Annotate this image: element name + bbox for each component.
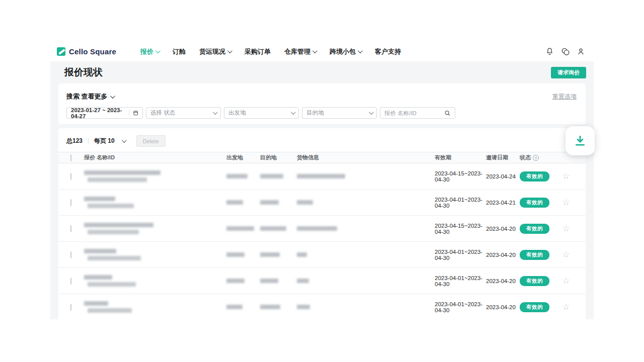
nav-item-label: 报价 [140, 47, 153, 56]
page: Cello Square 报价 订舱 货运现况 采购订单 仓库管理 跨境小包 客… [0, 0, 644, 362]
keyword-search-input[interactable] [384, 110, 444, 116]
header-quote-name: 报价 名称/ID [84, 154, 226, 161]
header-status: 状态 [520, 154, 531, 161]
table-row[interactable]: 2023-04-01~2023-04-30 2023-04-20 有效的 ☆ [58, 294, 586, 319]
favorite-star-icon[interactable]: ☆ [562, 171, 570, 181]
cargo-info-redacted [297, 174, 345, 178]
nav-item-label: 客户支持 [375, 47, 401, 56]
nav-item-quote[interactable]: 报价 [140, 43, 159, 60]
table-row[interactable]: 2023-04-15~2023-04-30 2023-04-20 有效的 ☆ [58, 216, 586, 242]
nav-item-purchase-order[interactable]: 采购订单 [245, 43, 271, 60]
calendar-icon [133, 110, 138, 116]
page-title: 报价现状 [64, 66, 103, 79]
chevron-down-icon [155, 48, 160, 53]
filter-row: 2023-01-27 ~ 2023-04-27 选择 状态 出发地 目的地 [58, 101, 586, 119]
nav-item-label: 跨境小包 [330, 47, 356, 56]
validity-period: 2023-04-01~2023-04-30 [435, 197, 486, 209]
row-checkbox[interactable] [70, 278, 71, 285]
request-date: 2023-04-20 [486, 278, 520, 284]
origin-redacted [226, 226, 254, 231]
quote-name-redacted [84, 249, 226, 260]
row-checkbox[interactable] [70, 304, 71, 311]
language-circles-icon[interactable] [560, 47, 570, 56]
origin-redacted [226, 305, 243, 309]
destination-redacted [260, 305, 280, 309]
row-checkbox[interactable] [70, 199, 71, 206]
row-checkbox[interactable] [70, 251, 71, 258]
nav-item-shipment-status[interactable]: 货运现况 [199, 43, 231, 60]
help-icon[interactable]: ? [533, 155, 539, 161]
quote-name-redacted [84, 197, 226, 208]
table-row[interactable]: 2023-04-01~2023-04-30 2023-04-20 有效的 ☆ [58, 242, 586, 268]
favorite-star-icon[interactable]: ☆ [562, 224, 570, 233]
favorite-star-icon[interactable]: ☆ [562, 198, 570, 207]
nav-item-warehouse[interactable]: 仓库管理 [284, 43, 316, 60]
header-origin: 出发地 [226, 154, 260, 161]
nav-item-customer-support[interactable]: 客户支持 [375, 43, 401, 60]
chevron-down-icon [122, 138, 127, 143]
user-profile-icon[interactable] [577, 47, 585, 56]
header-destination: 目的地 [260, 154, 297, 161]
brand-logo-icon [57, 47, 65, 56]
quote-table-card: 总123 每页 10 Delete 报价 名称/ID 出发地 目的地 货物信息 … [58, 128, 586, 319]
date-range-value: 2023-01-27 ~ 2023-04-27 [71, 107, 129, 119]
chevron-down-icon [358, 48, 363, 53]
cargo-info-redacted [297, 226, 337, 231]
page-header: 报价现状 请求询价 [50, 61, 594, 83]
favorite-star-icon[interactable]: ☆ [562, 276, 570, 286]
status-select[interactable]: 选择 状态 [146, 107, 221, 119]
origin-redacted [226, 200, 243, 205]
row-checkbox[interactable] [70, 173, 71, 180]
origin-redacted [226, 252, 245, 257]
chevron-down-icon [291, 110, 296, 115]
validity-period: 2023-04-15~2023-04-30 [435, 223, 486, 235]
status-badge: 有效的 [520, 224, 549, 234]
status-badge: 有效的 [520, 276, 549, 286]
validity-period: 2023-04-01~2023-04-30 [435, 275, 486, 287]
chevron-down-icon [227, 48, 232, 53]
search-more-toggle[interactable]: 搜索 查看更多 [66, 92, 114, 101]
per-page-value: 每页 10 [94, 137, 115, 145]
nav-item-crossborder-parcel[interactable]: 跨境小包 [330, 43, 361, 60]
destination-select[interactable]: 目的地 [302, 107, 377, 119]
favorite-star-icon[interactable]: ☆ [562, 302, 570, 312]
reset-options-link[interactable]: 重置选项 [552, 93, 577, 101]
request-date: 2023-04-21 [486, 200, 520, 206]
search-icon[interactable] [444, 110, 451, 117]
table-controls: 总123 每页 10 Delete [58, 128, 586, 152]
quote-name-redacted [84, 223, 226, 234]
notification-bell-icon[interactable] [545, 47, 554, 56]
keyword-search-box [380, 107, 455, 119]
destination-redacted [260, 252, 280, 257]
row-checkbox[interactable] [70, 225, 71, 232]
destination-redacted [260, 174, 283, 178]
per-page-select[interactable]: 每页 10 [94, 137, 125, 145]
date-range-picker[interactable]: 2023-01-27 ~ 2023-04-27 [66, 107, 143, 119]
origin-select[interactable]: 出发地 [224, 107, 299, 119]
table-row[interactable]: 2023-04-01~2023-04-30 2023-04-20 有效的 ☆ [58, 268, 586, 294]
nav-menu: 报价 订舱 货运现况 采购订单 仓库管理 跨境小包 客户支持 [140, 43, 401, 60]
request-date: 2023-04-20 [486, 252, 520, 258]
table-row[interactable]: 2023-04-15~2023-04-30 2023-04-24 有效的 ☆ [58, 163, 586, 190]
brand-logo[interactable]: Cello Square [57, 47, 116, 56]
quote-name-redacted [84, 275, 226, 287]
chevron-down-icon [110, 94, 115, 99]
download-fab-button[interactable] [566, 126, 595, 155]
header-request-date: 邀请日期 [486, 154, 520, 161]
top-navigation: Cello Square 报价 订舱 货运现况 采购订单 仓库管理 跨境小包 客… [50, 43, 594, 60]
delete-button[interactable]: Delete [136, 135, 166, 147]
search-section-label: 搜索 查看更多 [66, 92, 108, 101]
table-row[interactable]: 2023-04-01~2023-04-30 2023-04-21 有效的 ☆ [58, 190, 586, 216]
request-quote-button[interactable]: 请求询价 [551, 67, 586, 78]
validity-period: 2023-04-01~2023-04-30 [435, 301, 486, 313]
favorite-star-icon[interactable]: ☆ [562, 250, 570, 259]
destination-redacted [260, 226, 286, 231]
status-badge: 有效的 [520, 302, 549, 312]
cargo-info-redacted [297, 200, 313, 205]
divider [129, 110, 129, 116]
validity-period: 2023-04-15~2023-04-30 [435, 170, 486, 183]
nav-item-booking[interactable]: 订舱 [173, 43, 186, 60]
select-all-checkbox[interactable] [70, 154, 71, 161]
quote-name-redacted [84, 301, 226, 313]
nav-item-label: 仓库管理 [284, 47, 310, 56]
